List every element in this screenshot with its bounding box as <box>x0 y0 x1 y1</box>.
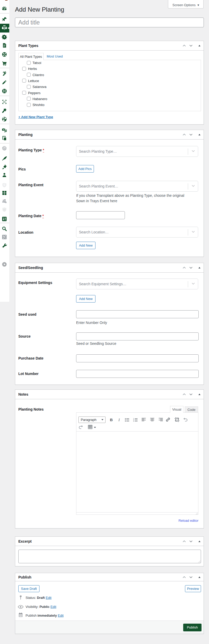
svg-text:3: 3 <box>133 420 134 422</box>
svg-text:</>: </> <box>3 209 6 211</box>
